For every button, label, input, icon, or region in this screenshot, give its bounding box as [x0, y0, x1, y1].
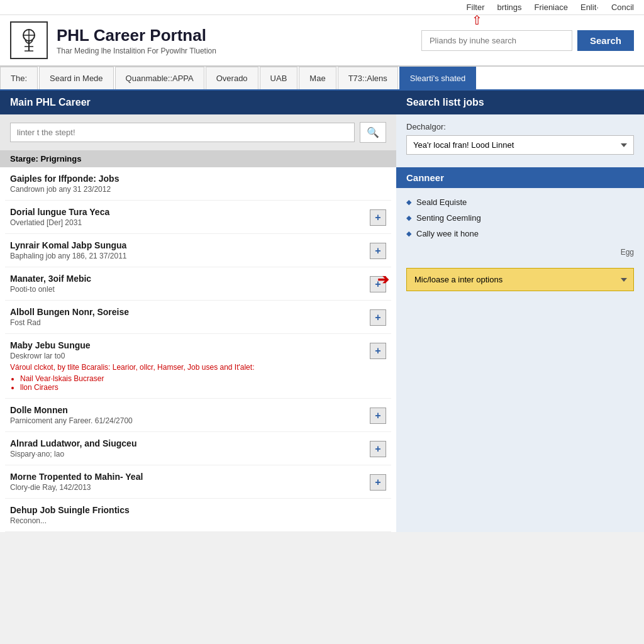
- table-row: Alnrad Ludatwor, and Siugceu Sispary·ano…: [5, 432, 391, 465]
- left-panel-search-bar: 🔍: [0, 114, 396, 150]
- canneer-egg: Egg: [396, 248, 644, 262]
- header: PHL Career Portnal Thar Meding lhe Insta…: [0, 15, 644, 67]
- tab-quanmable[interactable]: Quanmable::APPA: [115, 67, 204, 89]
- filter-label: Dechalgor:: [406, 122, 634, 131]
- job-title: Dorial lungue Tura Yeca: [10, 207, 365, 217]
- job-meta: Candrown job any 31 23/2012: [10, 185, 386, 194]
- left-search-input[interactable]: [10, 123, 355, 142]
- job-add-button[interactable]: +: [370, 408, 386, 424]
- tab-uab[interactable]: UAB: [260, 67, 298, 89]
- job-add-button[interactable]: +: [370, 243, 386, 259]
- options-dropdown-wrap: ➔ Mic/loase a inter options: [396, 262, 644, 297]
- canneer-list: ◆ Seald Equiste ◆ Senting Ceemling ◆ Cal…: [396, 188, 644, 248]
- job-title: Maby Jebu Sungue: [10, 340, 365, 350]
- diamond-icon: ◆: [406, 214, 411, 222]
- job-meta: Clory-die Ray, 142/2013: [10, 483, 365, 492]
- job-item-content: Alnrad Ludatwor, and Siugceu Sispary·ano…: [10, 438, 365, 458]
- filter-select[interactable]: Yea'r local fran! Lood Linnet: [406, 135, 634, 155]
- right-panel: Search listt jobs Dechalgor: Yea'r local…: [396, 91, 644, 532]
- options-dropdown[interactable]: Mic/loase a inter options: [406, 268, 634, 291]
- table-row: Dehup Job Suingle Friontics Reconon...: [5, 499, 391, 532]
- job-title: Dehup Job Suingle Friontics: [10, 505, 386, 515]
- logo-icon: [16, 28, 42, 53]
- table-row: Morne Tropented to Mahin- Yeal Clory-die…: [5, 465, 391, 499]
- job-meta: Sispary·ano; lao: [10, 450, 365, 458]
- tab-bar: The: Seard in Mede Quanmable::APPA Overa…: [0, 67, 644, 91]
- job-item-content: Gaiples for Iffponde: Jobs Candrown job …: [10, 174, 386, 194]
- job-extra-list: Nail Vear·lskais Bucraser llon Ciraers: [10, 374, 104, 392]
- search-button[interactable]: Search: [577, 30, 634, 51]
- job-add-button[interactable]: +: [370, 474, 386, 491]
- job-meta: Deskrowr lar to0: [10, 352, 365, 360]
- tab-overado[interactable]: Overado: [206, 67, 258, 89]
- top-nav: Filter brtings Frieniace Enlit· Concil: [0, 0, 644, 15]
- job-title: Morne Tropented to Mahin- Yeal: [10, 472, 365, 482]
- job-meta: Fost Rad: [10, 318, 365, 327]
- table-row: Maby Jebu Sungue Deskrowr lar to0 + Váro…: [5, 334, 391, 399]
- job-title: Alboll Bungen Nonr, Soreise: [10, 307, 365, 317]
- job-title: Lynrair Komal Jabp Sungua: [10, 240, 365, 250]
- table-row: Gaiples for Iffponde: Jobs Candrown job …: [5, 167, 391, 201]
- job-meta: Baphaling job any 186, 21 37/2011: [10, 252, 365, 260]
- diamond-icon: ◆: [406, 198, 411, 206]
- table-row: Dolle Monnen Parnicoment any Fareer. 61/…: [5, 399, 391, 432]
- table-row: Dorial lungue Tura Yeca Overlatied [Der]…: [5, 201, 391, 234]
- job-item-content: Dorial lungue Tura Yeca Overlatied [Der]…: [10, 207, 365, 227]
- canneer-header: Canneer: [396, 167, 644, 188]
- diamond-icon: ◆: [406, 230, 411, 238]
- job-item-content: Manater, 3oif Mebic Pooti-to onlet: [10, 274, 365, 294]
- topnav-filter[interactable]: Filter: [467, 3, 485, 12]
- logo: [10, 21, 48, 59]
- job-meta: Reconon...: [10, 516, 386, 525]
- list-item: ◆ Senting Ceemling: [406, 210, 634, 226]
- job-extra-text: Vároul clckot, by tlite Bcaralis: Leario…: [10, 363, 254, 372]
- left-search-icon-btn[interactable]: 🔍: [360, 122, 386, 143]
- job-meta: Overlatied [Der] 2031: [10, 218, 365, 227]
- job-item-content: Lynrair Komal Jabp Sungua Baphaling job …: [10, 240, 365, 260]
- topnav-frieniace[interactable]: Frieniace: [535, 3, 568, 12]
- job-list: Gaiples for Iffponde: Jobs Candrown job …: [0, 167, 396, 532]
- options-arrow-annotation: ➔: [377, 272, 389, 288]
- tab-seard-in-mede[interactable]: Seard in Mede: [39, 67, 114, 89]
- main-content: Main PHL Career 🔍 Starge: Prigrnings Gai…: [0, 91, 644, 532]
- topnav-brtings[interactable]: brtings: [497, 3, 521, 12]
- job-meta: Pooti-to onlet: [10, 285, 365, 294]
- filter-section: Dechalgor: Yea'r local fran! Lood Linnet: [396, 114, 644, 162]
- main-search-input[interactable]: [421, 30, 572, 51]
- tab-the[interactable]: The:: [0, 67, 38, 89]
- topnav-enlit[interactable]: Enlit·: [580, 3, 599, 12]
- tab-mae[interactable]: Mae: [299, 67, 336, 89]
- header-title-block: PHL Career Portnal Thar Meding lhe Insta…: [57, 26, 421, 55]
- tab-sleartis-shated[interactable]: Slearti's shated: [399, 67, 476, 89]
- job-add-button[interactable]: +: [370, 309, 386, 326]
- job-item-content: Dehup Job Suingle Friontics Reconon...: [10, 505, 386, 525]
- site-title: PHL Career Portnal: [57, 26, 421, 45]
- canneer-item-label: Senting Ceemling: [416, 213, 481, 223]
- job-title: Gaiples for Iffponde: Jobs: [10, 174, 386, 184]
- job-meta: Parnicoment any Fareer. 61/24/2700: [10, 416, 365, 425]
- canneer-item-label: Seald Equiste: [416, 197, 467, 207]
- canneer-item-label: Cally wee it hone: [416, 229, 479, 238]
- table-row: Alboll Bungen Nonr, Soreise Fost Rad +: [5, 301, 391, 334]
- site-subtitle: Thar Meding lhe Instalition For Pyowlhr …: [57, 47, 421, 55]
- job-title: Dolle Monnen: [10, 405, 365, 415]
- header-search-area: ⇧ Search: [421, 30, 634, 51]
- list-item: Nail Vear·lskais Bucraser: [20, 374, 104, 383]
- table-row: Manater, 3oif Mebic Pooti-to onlet +: [5, 267, 391, 301]
- tab-t73-alens[interactable]: T73::Alens: [338, 67, 398, 89]
- topnav-concil[interactable]: Concil: [611, 3, 634, 12]
- search-arrow-annotation: ⇧: [472, 13, 482, 28]
- list-item: ◆ Cally wee it hone: [406, 226, 634, 242]
- job-item-content: Dolle Monnen Parnicoment any Fareer. 61/…: [10, 405, 365, 425]
- list-item: llon Ciraers: [20, 383, 104, 392]
- job-add-button[interactable]: +: [370, 441, 386, 457]
- job-item-content: Alboll Bungen Nonr, Soreise Fost Rad: [10, 307, 365, 327]
- left-panel-header: Main PHL Career: [0, 91, 396, 114]
- job-item-content: Maby Jebu Sungue Deskrowr lar to0: [10, 340, 365, 360]
- job-add-button[interactable]: +: [370, 209, 386, 226]
- table-row: Lynrair Komal Jabp Sungua Baphaling job …: [5, 234, 391, 267]
- job-add-button[interactable]: +: [370, 343, 386, 359]
- list-item: ◆ Seald Equiste: [406, 194, 634, 210]
- job-item-row: Maby Jebu Sungue Deskrowr lar to0 +: [10, 340, 386, 360]
- right-panel-header: Search listt jobs: [396, 91, 644, 114]
